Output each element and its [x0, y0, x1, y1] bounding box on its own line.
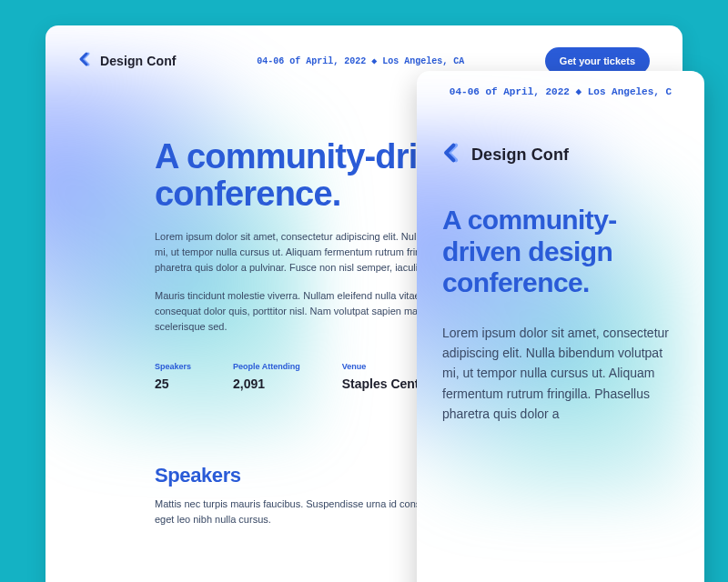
- brand-mobile[interactable]: Design Conf: [417, 97, 704, 168]
- event-meta-mobile: 04-06 of April, 2022 ◆ Los Angeles, C: [417, 71, 704, 97]
- brand-name: Design Conf: [100, 54, 177, 68]
- stat-value: 2,091: [233, 376, 300, 391]
- brand[interactable]: Design Conf: [78, 51, 177, 71]
- stat-attending: People Attending 2,091: [233, 362, 300, 391]
- stat-label: Speakers: [155, 362, 191, 371]
- chevron-left-icon: [78, 51, 93, 71]
- stat-label: People Attending: [233, 362, 300, 371]
- stat-value: 25: [155, 376, 191, 391]
- brand-name-mobile: Design Conf: [471, 146, 569, 165]
- hero-mobile: A community-driven design conference. Lo…: [417, 168, 704, 424]
- event-meta: 04-06 of April, 2022 ◆ Los Angeles, CA: [257, 55, 464, 66]
- hero-copy-mobile: Lorem ipsum dolor sit amet, consectetur …: [442, 323, 679, 425]
- hero-title-mobile: A community-driven design conference.: [442, 205, 679, 299]
- chevron-left-icon: [442, 141, 462, 168]
- stat-speakers: Speakers 25: [155, 362, 191, 391]
- desktop-header: Design Conf 04-06 of April, 2022 ◆ Los A…: [46, 25, 682, 75]
- mobile-preview: 04-06 of April, 2022 ◆ Los Angeles, C De…: [417, 71, 704, 582]
- section-copy: Mattis nec turpis mauris faucibus. Suspe…: [155, 497, 446, 527]
